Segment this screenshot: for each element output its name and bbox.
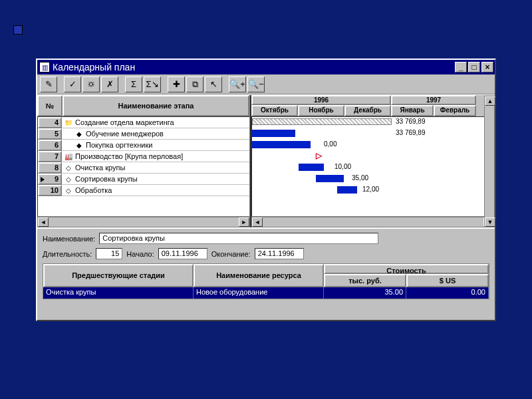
table-row[interactable]: 7🏭Производство [Крупа перловая] (38, 151, 249, 162)
row-text: ◇Сортировка крупы (62, 174, 249, 185)
row-number: 8 (38, 162, 62, 174)
duration-field[interactable]: 15 (96, 248, 122, 259)
titlebar[interactable]: ▥ Календарный план _ □ × (37, 60, 495, 74)
gantt-value: 10,00 (334, 163, 351, 170)
col-cost-rub[interactable]: тыс. руб. (324, 274, 406, 287)
gantt-bar[interactable] (252, 130, 295, 137)
maximize-button[interactable]: □ (468, 62, 480, 72)
app-window: ▥ Календарный план _ □ × ✎ ✓ ⛭ ✗ Σ Σ↘ ✚ … (36, 59, 496, 321)
col-resource[interactable]: Наименование ресурса (194, 264, 324, 287)
col-stage-name[interactable]: Наименование этапа (63, 95, 249, 116)
row-type-icon: ◇ (65, 187, 72, 194)
work-area: № Наименование этапа 4📁Создание отдела м… (37, 94, 495, 227)
zoom-out-icon[interactable]: 🔍− (247, 76, 265, 92)
label-end: Окончание: (211, 250, 251, 258)
row-type-icon: ◆ (75, 142, 83, 149)
zoom-in-icon[interactable]: 🔍+ (229, 76, 246, 92)
minimize-button[interactable]: _ (455, 62, 467, 72)
delete-icon[interactable]: ✗ (101, 76, 118, 92)
cell-resource: Новое оборудование (194, 287, 324, 299)
scroll-left-icon[interactable]: ◄ (38, 217, 49, 227)
row-number: 5 (38, 128, 62, 140)
table-row[interactable]: 6◆Покупка оргтехники (38, 140, 249, 151)
milestone-icon: ▷ (316, 151, 322, 160)
row-text: ◇Обработка (62, 185, 249, 196)
row-type-icon: 📁 (65, 119, 72, 126)
sum-icon[interactable]: Σ (125, 76, 142, 92)
month-header: Декабрь (344, 105, 391, 116)
gantt-row[interactable]: 10,00 (252, 162, 494, 174)
row-number: 9 (38, 174, 62, 185)
task-grid: № Наименование этапа 4📁Создание отдела м… (37, 95, 250, 227)
gantt-row[interactable]: 0,00 (252, 140, 494, 151)
gantt-row[interactable]: 35,00 (252, 174, 494, 185)
gantt-months: ОктябрьНоябрьДекабрьЯнварьФевраль (251, 105, 495, 116)
gantt-bar[interactable] (299, 164, 324, 171)
gantt-row[interactable]: ▷ (252, 151, 494, 162)
gantt-bar[interactable] (337, 186, 357, 194)
check-icon[interactable]: ✓ (64, 76, 81, 92)
h-scrollbar-left[interactable]: ◄ ► (37, 217, 250, 227)
gantt-row[interactable]: 12,00 (252, 185, 494, 196)
gantt-row[interactable]: 33 769,89 (252, 128, 494, 140)
cell-usd: 0.00 (406, 287, 489, 299)
table-row[interactable]: 10◇Обработка (38, 185, 249, 196)
scroll-right-icon[interactable]: ► (239, 217, 249, 227)
row-text: ◆Обучение менеджеров (62, 128, 249, 140)
gantt-body[interactable]: 33 769,8933 769,890,00▷10,0035,0012,00 (251, 116, 495, 217)
slide-bullet (13, 25, 23, 35)
v-scrollbar[interactable]: ▲ ▼ (484, 96, 495, 227)
pointer-icon[interactable]: ↖ (205, 76, 222, 92)
start-field[interactable]: 09.11.1996 (158, 248, 207, 259)
chart-icon[interactable]: ⛭ (82, 76, 100, 92)
gantt-bar[interactable] (252, 118, 392, 125)
row-number: 6 (38, 140, 62, 151)
add-icon[interactable]: ✚ (168, 76, 185, 92)
name-field[interactable]: Сортировка крупы (99, 233, 378, 244)
cell-predecessor: Очистка крупы (43, 287, 194, 299)
label-name: Наименование: (43, 235, 95, 243)
row-text: ◆Покупка оргтехники (62, 140, 249, 151)
year-header: 1997 (391, 95, 476, 105)
gantt-bar[interactable] (252, 141, 311, 148)
row-text: 🏭Производство [Крупа перловая] (62, 151, 249, 162)
gantt-value: 33 769,89 (396, 118, 426, 125)
task-rows[interactable]: 4📁Создание отдела маркетинга5◆Обучение м… (37, 116, 250, 217)
col-cost-usd[interactable]: $ US (406, 274, 489, 287)
table-row[interactable]: 8◇Очистка крупы (38, 162, 249, 174)
table-row[interactable]: 4📁Создание отдела маркетинга (38, 117, 249, 128)
resource-row[interactable]: Очистка крупы Новое оборудование 35.00 0… (43, 287, 489, 299)
cell-rub: 35.00 (324, 287, 406, 299)
table-row[interactable]: 5◆Обучение менеджеров (38, 128, 249, 140)
group-icon[interactable]: ⧉ (186, 76, 203, 92)
month-header: Октябрь (251, 105, 298, 116)
edit-icon[interactable]: ✎ (40, 76, 57, 92)
sum2-icon[interactable]: Σ↘ (144, 76, 161, 92)
details-panel: Наименование: Сортировка крупы Длительно… (37, 227, 495, 302)
app-icon: ▥ (39, 62, 50, 72)
col-predecessors[interactable]: Предшествующие стадии (43, 264, 194, 287)
col-cost[interactable]: Стоимость (324, 264, 489, 274)
row-type-icon: 🏭 (65, 153, 72, 160)
h-scrollbar-right[interactable]: ◄ ► (251, 217, 495, 227)
gantt-bar[interactable] (316, 175, 344, 182)
scroll-down-icon[interactable]: ▼ (485, 217, 495, 227)
row-text: ◇Очистка крупы (62, 162, 249, 174)
row-number: 10 (38, 185, 62, 196)
end-field[interactable]: 24.11.1996 (255, 248, 304, 259)
scroll-left-icon[interactable]: ◄ (252, 217, 263, 227)
gantt-value: 33 769,89 (396, 129, 426, 136)
month-header: Ноябрь (298, 105, 344, 116)
close-button[interactable]: × (481, 62, 493, 72)
month-header: Февраль (434, 105, 476, 116)
col-number[interactable]: № (37, 95, 63, 116)
scroll-up-icon[interactable]: ▲ (485, 96, 495, 106)
row-type-icon: ◇ (65, 164, 72, 172)
gantt-row[interactable]: 33 769,89 (252, 117, 494, 128)
row-type-icon: ◆ (75, 130, 83, 138)
year-header: 1996 (251, 95, 391, 105)
window-title: Календарный план (53, 62, 454, 72)
table-row[interactable]: 9◇Сортировка крупы (38, 174, 249, 185)
row-number: 4 (38, 117, 62, 128)
gantt-value: 12,00 (362, 186, 379, 193)
